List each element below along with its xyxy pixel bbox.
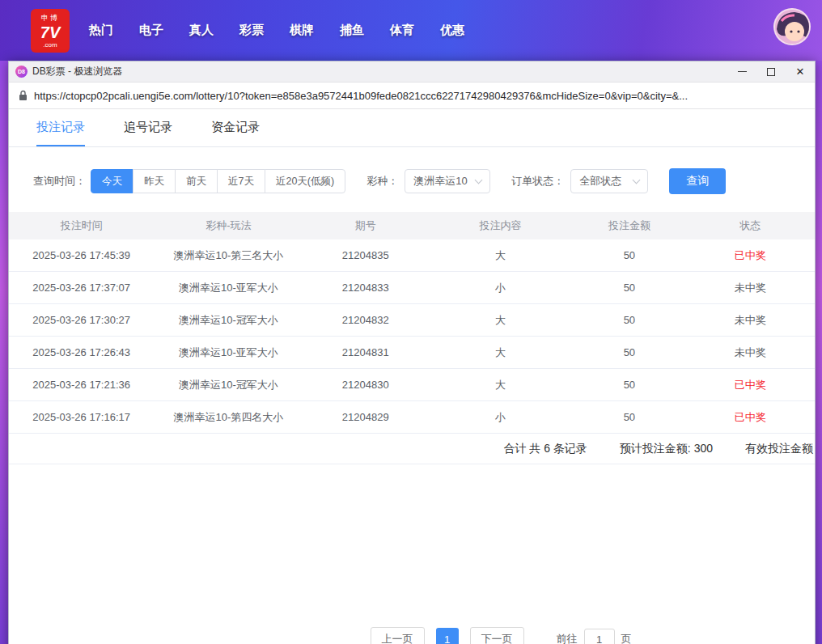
nav-item-sports[interactable]: 体育	[377, 23, 427, 38]
header-content: 投注内容	[428, 218, 573, 233]
nav-item-cards[interactable]: 棋牌	[277, 23, 327, 38]
table-row[interactable]: 2025-03-26 17:37:07 澳洲幸运10-亚军大小 21204833…	[9, 272, 815, 304]
bet-time: 2025-03-26 17:30:27	[9, 314, 154, 326]
lottery-filter-label: 彩种：	[367, 174, 398, 189]
nav-item-lottery[interactable]: 彩票	[227, 23, 277, 38]
bet-issue: 21204833	[303, 282, 428, 294]
summary-expected-amount: 预计投注金额: 300	[620, 442, 713, 456]
logo-sub-text: .com	[43, 41, 57, 49]
order-status-select[interactable]: 全部状态	[570, 169, 648, 193]
bet-game: 澳洲幸运10-第三名大小	[154, 248, 303, 263]
bet-status: 未中奖	[686, 281, 815, 295]
lock-icon	[19, 90, 28, 101]
bet-content: 小	[428, 410, 573, 425]
user-avatar[interactable]	[773, 8, 811, 45]
table-row[interactable]: 2025-03-26 17:30:27 澳洲幸运10-冠军大小 21204832…	[9, 304, 815, 337]
lottery-select[interactable]: 澳洲幸运10	[405, 169, 490, 193]
bet-time: 2025-03-26 17:16:17	[9, 411, 154, 423]
bet-amount: 50	[573, 379, 685, 391]
tab-chase-records[interactable]: 追号记录	[124, 109, 172, 146]
nav-item-promo[interactable]: 优惠	[427, 23, 477, 38]
chevron-down-icon	[633, 176, 641, 184]
nav-item-fishing[interactable]: 捕鱼	[327, 23, 377, 38]
time-filter-group: 今天 昨天 前天 近7天 近20天(低频)	[91, 169, 345, 193]
time-option-today[interactable]: 今天	[91, 169, 133, 193]
nav-item-hot[interactable]: 热门	[76, 23, 126, 38]
window-titlebar[interactable]: D8 DB彩票 - 极速浏览器 ✕	[9, 61, 815, 83]
bet-game: 澳洲幸运10-冠军大小	[154, 313, 303, 328]
page-unit-label: 页	[621, 632, 632, 644]
order-status-value: 全部状态	[579, 174, 621, 189]
table-row[interactable]: 2025-03-26 17:26:43 澳洲幸运10-亚军大小 21204831…	[9, 337, 815, 369]
query-button[interactable]: 查询	[669, 168, 726, 194]
bet-content: 小	[428, 281, 573, 295]
time-option-20days[interactable]: 近20天(低频)	[265, 169, 345, 193]
goto-page-input[interactable]	[584, 629, 615, 644]
bet-content: 大	[428, 248, 573, 263]
tab-bet-records[interactable]: 投注记录	[36, 109, 85, 146]
bet-amount: 50	[573, 282, 685, 294]
nav-menu: 热门 电子 真人 彩票 棋牌 捕鱼 体育 优惠	[76, 23, 477, 38]
pagination: 上一页 1 下一页 前往 页	[98, 627, 815, 644]
minimize-button[interactable]	[727, 61, 756, 82]
goto-label: 前往	[557, 632, 578, 644]
bet-status: 已中奖	[686, 378, 815, 392]
bet-issue: 21204835	[303, 249, 428, 261]
bet-time: 2025-03-26 17:37:07	[9, 282, 154, 294]
page-content: 投注记录 追号记录 资金记录 查询时间： 今天 昨天 前天 近7天 近20天(低…	[9, 109, 815, 644]
summary-bar: 合计 共 6 条记录 预计投注金额: 300 有效投注金额	[9, 434, 815, 464]
bet-status: 未中奖	[686, 345, 815, 360]
time-option-yesterday[interactable]: 昨天	[133, 169, 176, 193]
goto-page-group: 前往 页	[557, 629, 632, 644]
status-filter-label: 订单状态：	[511, 174, 564, 189]
chevron-down-icon	[475, 176, 483, 184]
window-title: DB彩票 - 极速浏览器	[32, 65, 122, 78]
bet-records-table: 投注时间 彩种-玩法 期号 投注内容 投注金额 状态 2025-03-26 17…	[9, 212, 815, 434]
lottery-select-value: 澳洲幸运10	[413, 174, 467, 189]
bet-status: 未中奖	[686, 313, 815, 328]
current-page-button[interactable]: 1	[436, 628, 459, 644]
header-amount: 投注金额	[573, 218, 685, 233]
bet-time: 2025-03-26 17:21:36	[9, 379, 154, 391]
bet-status: 已中奖	[686, 248, 815, 263]
bet-issue: 21204832	[303, 314, 428, 326]
bet-game: 澳洲幸运10-第四名大小	[154, 410, 303, 425]
bet-time: 2025-03-26 17:26:43	[9, 346, 154, 358]
bet-time: 2025-03-26 17:45:39	[9, 249, 154, 261]
close-button[interactable]: ✕	[786, 61, 815, 82]
maximize-button[interactable]	[756, 61, 786, 82]
tab-fund-records[interactable]: 资金记录	[211, 109, 260, 146]
bet-game: 澳洲幸运10-亚军大小	[154, 281, 303, 295]
filter-bar: 查询时间： 今天 昨天 前天 近7天 近20天(低频) 彩种： 澳洲幸运10 订…	[33, 168, 815, 194]
table-row[interactable]: 2025-03-26 17:16:17 澳洲幸运10-第四名大小 2120482…	[9, 401, 815, 434]
header-game: 彩种-玩法	[154, 218, 303, 233]
logo-main-text: 7V	[40, 23, 60, 41]
table-row[interactable]: 2025-03-26 17:21:36 澳洲幸运10-冠军大小 21204830…	[9, 369, 815, 401]
bet-content: 大	[428, 378, 573, 392]
table-row[interactable]: 2025-03-26 17:45:39 澳洲幸运10-第三名大小 2120483…	[9, 239, 815, 272]
url-text: https://ctopcp02pcali.uengi5e.com/lotter…	[34, 90, 688, 102]
site-top-nav: 申博 7V .com 热门 电子 真人 彩票 棋牌 捕鱼 体育 优惠	[0, 0, 822, 61]
time-option-day-before[interactable]: 前天	[175, 169, 218, 193]
maximize-icon	[767, 68, 775, 76]
header-issue: 期号	[303, 218, 428, 233]
bet-content: 大	[428, 345, 573, 360]
bet-status: 已中奖	[686, 410, 815, 425]
close-icon: ✕	[796, 66, 805, 78]
browser-window: D8 DB彩票 - 极速浏览器 ✕ https://ctopcp02pcali.…	[8, 61, 816, 644]
header-bet-time: 投注时间	[9, 218, 154, 233]
avatar-image	[775, 10, 811, 45]
time-option-7days[interactable]: 近7天	[217, 169, 265, 193]
address-bar[interactable]: https://ctopcp02pcali.uengi5e.com/lotter…	[9, 83, 815, 109]
bet-amount: 50	[573, 411, 685, 423]
bet-amount: 50	[573, 346, 685, 358]
nav-item-live[interactable]: 真人	[176, 23, 227, 38]
site-logo[interactable]: 申博 7V .com	[31, 9, 70, 53]
bet-amount: 50	[573, 314, 685, 326]
time-filter-label: 查询时间：	[33, 174, 86, 189]
nav-item-slots[interactable]: 电子	[126, 23, 176, 38]
bet-content: 大	[428, 313, 573, 328]
prev-page-button[interactable]: 上一页	[371, 627, 425, 644]
next-page-button[interactable]: 下一页	[470, 627, 524, 644]
bet-amount: 50	[573, 249, 685, 261]
